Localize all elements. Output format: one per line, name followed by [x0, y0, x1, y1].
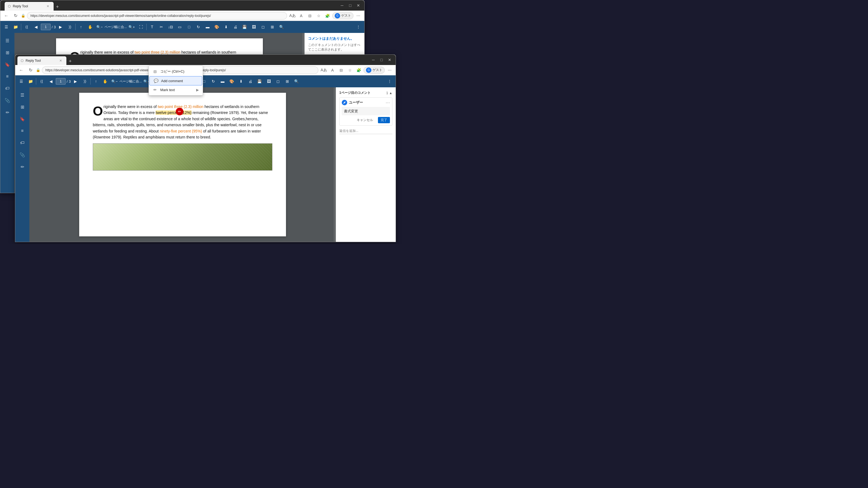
fit-btn-1[interactable]: ⛶ [136, 23, 145, 31]
more-btn-2[interactable]: ⋯ [386, 66, 394, 74]
reply-input-2[interactable] [339, 128, 392, 134]
download-btn-2[interactable]: ⬇ [237, 77, 245, 86]
open-file-btn-1[interactable]: 📁 [11, 23, 20, 31]
text-tool-btn-1[interactable]: T [148, 23, 156, 31]
tab-reply-tool-1[interactable]: ⬡ Reply Tool ✕ [5, 2, 54, 11]
prev-page-btn-1[interactable]: ◀ [32, 23, 40, 31]
more-btn-1[interactable]: ⋯ [354, 12, 362, 20]
tab-close-1[interactable]: ✕ [45, 4, 50, 9]
sidebar-layers-btn-2[interactable]: ≡ [17, 125, 28, 136]
refresh-button-1[interactable]: ↻ [12, 12, 19, 20]
cursor-btn-1[interactable]: ↑ [77, 23, 86, 31]
sidebar-menu-btn-2[interactable]: ☰ [17, 90, 28, 100]
reader-btn-1[interactable]: A [298, 12, 305, 20]
zoom-in-btn-1[interactable]: 🔍+ [127, 23, 136, 31]
search-btn-2[interactable]: 🔍 [292, 77, 301, 86]
extensions-btn-2[interactable]: 🧩 [355, 66, 363, 74]
guest-button-2[interactable]: G ゲスト [364, 67, 385, 74]
sidebar-toggle-2[interactable]: ☰ [17, 77, 26, 86]
sidebar-bookmarks-btn-2[interactable]: 🔖 [17, 113, 28, 124]
rotate-btn-1[interactable]: ↻ [194, 23, 203, 31]
last-page-btn-1[interactable]: ⟩⟩ [66, 23, 74, 31]
minimize-button-2[interactable]: ─ [370, 56, 377, 64]
new-tab-button-2[interactable]: + [66, 57, 74, 65]
sidebar-pencil-btn-1[interactable]: ✏ [2, 107, 13, 118]
context-copy-1[interactable]: ⊟ コピー (Ctrl+C) [149, 67, 203, 76]
context-mark-text-1[interactable]: ✏ Mark text ▶ [149, 86, 203, 94]
grid-btn-1[interactable]: ⊞ [268, 23, 277, 31]
close-button-2[interactable]: ✕ [386, 56, 394, 64]
tab-reply-tool-2[interactable]: ⬡ Reply Tool ✕ [18, 56, 66, 65]
more-tools-btn-1[interactable]: ⋮ [354, 23, 363, 31]
comment-menu-btn-2[interactable]: ⋯ [385, 100, 390, 105]
sidebar-pencil-btn-2[interactable]: ✏ [17, 161, 28, 172]
print-btn-2[interactable]: 🖨 [246, 77, 255, 86]
maximize-button-2[interactable]: □ [378, 56, 385, 64]
open-file-btn-2[interactable]: 📁 [26, 77, 35, 86]
stamp-btn-1[interactable]: ↓⊟ [166, 23, 175, 31]
save-btn-1[interactable]: 💾 [240, 23, 249, 31]
sidebar-toggle-1[interactable]: ☰ [2, 23, 10, 31]
reader-btn-2[interactable]: A [329, 66, 336, 74]
zoom-out-btn-1[interactable]: 🔍− [95, 23, 104, 31]
first-page-btn-2[interactable]: ⟨⟨ [37, 77, 46, 86]
back-button-1[interactable]: ← [2, 12, 10, 20]
sidebar-tags-btn-2[interactable]: 🏷 [17, 137, 28, 148]
hand-btn-1[interactable]: ✋ [86, 23, 95, 31]
redact-btn-2[interactable]: ◻ [274, 77, 282, 86]
rotate-btn-2[interactable]: ↻ [209, 77, 218, 86]
highlight-btn-2[interactable]: ▬ [218, 77, 227, 86]
last-page-btn-2[interactable]: ⟩⟩ [81, 77, 89, 86]
sidebar-menu-btn-1[interactable]: ☰ [2, 35, 13, 46]
sidebar-tags-btn-1[interactable]: 🏷 [2, 83, 13, 94]
hand-btn-2[interactable]: ✋ [101, 77, 110, 86]
favorites-btn-2[interactable]: ☆ [346, 66, 354, 74]
favorites-btn-1[interactable]: ☆ [315, 12, 322, 20]
image-btn-2[interactable]: 🖼 [265, 77, 273, 86]
page-input-2[interactable] [56, 78, 66, 85]
download-btn-1[interactable]: ⬇ [222, 23, 230, 31]
sidebar-layers-btn-1[interactable]: ≡ [2, 71, 13, 82]
scrollbar-2[interactable] [334, 87, 336, 242]
maximize-button-1[interactable]: □ [346, 2, 354, 9]
translate-btn-2[interactable]: Aあ [320, 66, 328, 74]
shapes-btn-1[interactable]: ▭ [176, 23, 184, 31]
highlight-btn-1[interactable]: ▬ [203, 23, 212, 31]
url-input-1[interactable] [27, 12, 287, 20]
back-button-2[interactable]: ← [18, 66, 25, 74]
cursor-btn-2[interactable]: ↑ [92, 77, 100, 86]
print-btn-1[interactable]: 🖨 [231, 23, 240, 31]
sidebar-attach-btn-1[interactable]: 📎 [2, 95, 13, 106]
new-tab-button-1[interactable]: + [54, 3, 61, 11]
more-tools-btn-2[interactable]: ⋮ [385, 77, 394, 86]
minimize-button-1[interactable]: ─ [338, 2, 346, 9]
attach-btn-1[interactable]: □ [185, 23, 193, 31]
sidebar-thumbnails-btn-1[interactable]: ⊞ [2, 47, 13, 58]
context-add-comment-1[interactable]: 💬 Add comment [149, 76, 202, 86]
close-button-1[interactable]: ✕ [354, 2, 362, 9]
tab-search-btn-2[interactable]: ⊟ [337, 66, 345, 74]
sidebar-bookmarks-btn-1[interactable]: 🔖 [2, 59, 13, 70]
save-btn-2[interactable]: 💾 [255, 77, 264, 86]
grid-btn-2[interactable]: ⊞ [283, 77, 292, 86]
color-btn-1[interactable]: 🎨 [213, 23, 221, 31]
edit-pin-2[interactable]: ✏ [176, 108, 183, 115]
color-btn-2[interactable]: 🎨 [227, 77, 236, 86]
extensions-btn-1[interactable]: 🧩 [323, 12, 331, 20]
guest-button-1[interactable]: G ゲスト [332, 12, 353, 19]
cancel-comment-btn-2[interactable]: キャンセル [354, 117, 376, 123]
translate-btn-1[interactable]: Aあ [289, 12, 296, 20]
save-comment-btn-2[interactable]: 完了 [378, 117, 390, 123]
zoom-out-btn-2[interactable]: 🔍− [110, 77, 119, 86]
next-page-btn-1[interactable]: ▶ [56, 23, 65, 31]
next-page-btn-2[interactable]: ▶ [71, 77, 80, 86]
prev-page-btn-2[interactable]: ◀ [46, 77, 55, 86]
tab-close-2[interactable]: ✕ [58, 58, 63, 63]
scissors-btn-1[interactable]: ✂ [157, 23, 166, 31]
redact-btn-1[interactable]: ◻ [259, 23, 268, 31]
image-btn-1[interactable]: 🖼 [249, 23, 258, 31]
search-btn-1[interactable]: 🔍 [277, 23, 286, 31]
sidebar-attach-btn-2[interactable]: 📎 [17, 149, 28, 160]
first-page-btn-1[interactable]: ⟨⟨ [22, 23, 31, 31]
tab-search-btn-1[interactable]: ⊟ [306, 12, 314, 20]
